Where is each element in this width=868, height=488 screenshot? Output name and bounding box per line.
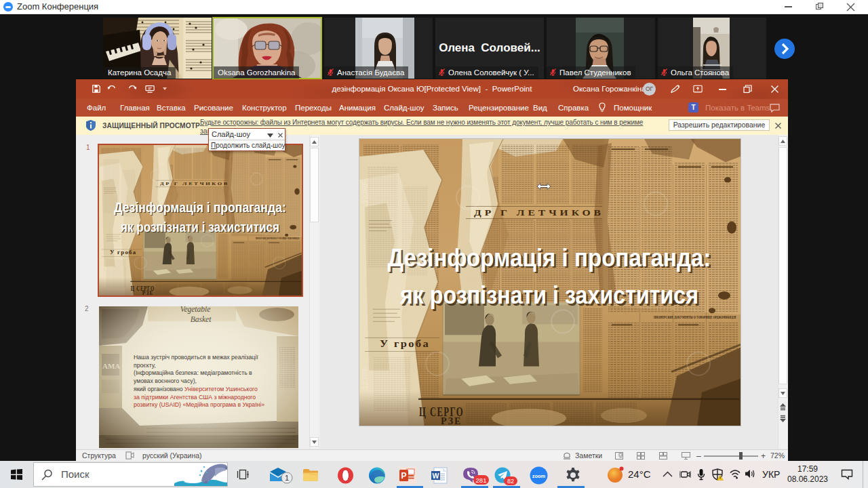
- svg-text:розвитку (USAID) «Медійна прог: розвитку (USAID) «Медійна програма в Укр…: [134, 401, 264, 408]
- svg-text:умовах воєнного часу),: умовах воєнного часу),: [134, 378, 197, 384]
- svg-text:Vegetable: Vegetable: [180, 306, 211, 314]
- svg-text:Basket: Basket: [191, 315, 212, 323]
- svg-text:проєкту,: проєкту,: [134, 362, 156, 369]
- svg-text:Наша зустріч проводиться в меж: Наша зустріч проводиться в межах реаліза…: [134, 354, 258, 361]
- svg-text:1: 1: [285, 474, 289, 482]
- svg-text:281: 281: [476, 476, 487, 484]
- svg-text:(Інформаційна безпека: медіагр: (Інформаційна безпека: медіаграмотність …: [134, 369, 252, 376]
- svg-text:82: 82: [507, 478, 514, 485]
- svg-text:zoom: zoom: [532, 473, 546, 479]
- svg-text:за підтримки Агентства США з м: за підтримки Агентства США з міжнародног…: [134, 394, 256, 401]
- svg-text:P: P: [401, 471, 406, 481]
- svg-text:який організовано Університето: який організовано Університетом Ушинсько…: [134, 386, 258, 392]
- svg-text:W: W: [433, 472, 439, 480]
